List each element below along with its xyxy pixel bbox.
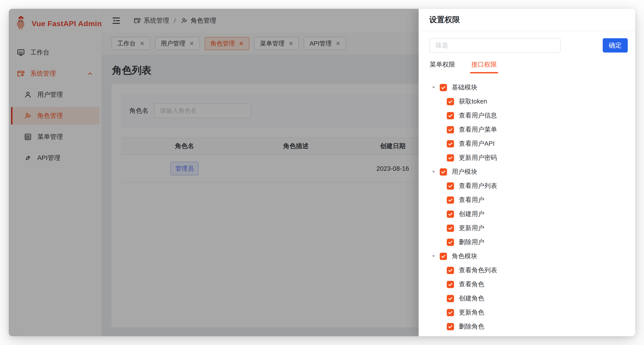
checkbox-checked[interactable] <box>440 253 447 260</box>
drawer-title: 设置权限 <box>429 15 460 24</box>
permissions-drawer: 设置权限 确定 菜单权限接口权限 基础模块 获取token 查看用户信息 查看用… <box>419 9 635 336</box>
checkbox-checked[interactable] <box>447 267 454 274</box>
tree-node-创建用户[interactable]: 创建用户 <box>430 207 628 221</box>
checkbox-checked[interactable] <box>447 225 454 232</box>
filter-input[interactable] <box>430 38 560 53</box>
checkbox-checked[interactable] <box>447 196 454 204</box>
tree-node-删除角色[interactable]: 删除角色 <box>430 319 628 333</box>
tree-node-查看用户[interactable]: 查看用户 <box>430 193 628 207</box>
filter-row: 确定 <box>430 38 628 53</box>
tree-node-获取token[interactable]: 获取token <box>430 95 628 109</box>
checkbox-checked[interactable] <box>447 154 454 162</box>
perm-tab-菜单权限[interactable]: 菜单权限 <box>430 60 455 73</box>
tree-node-查看用户列表[interactable]: 查看用户列表 <box>430 179 628 193</box>
checkbox-checked[interactable] <box>447 295 454 302</box>
checkbox-checked[interactable] <box>447 281 454 288</box>
tree-node-角色模块[interactable]: 角色模块 <box>430 249 628 263</box>
checkbox-checked[interactable] <box>447 309 454 316</box>
tree-node-更新用户密码[interactable]: 更新用户密码 <box>430 151 628 165</box>
confirm-button[interactable]: 确定 <box>603 38 628 53</box>
app-window: Vue FastAPI Admin 工作台 系统管理 用户管理 角色管理 菜单管… <box>9 9 635 336</box>
tree-node-删除用户[interactable]: 删除用户 <box>430 235 628 249</box>
tree-node-查看角色列表[interactable]: 查看角色列表 <box>430 263 628 277</box>
drawer-header: 设置权限 <box>419 9 635 31</box>
checkbox-checked[interactable] <box>440 168 447 176</box>
checkbox-checked[interactable] <box>447 182 454 190</box>
checkbox-checked[interactable] <box>447 239 454 246</box>
checkbox-checked[interactable] <box>440 84 447 91</box>
checkbox-checked[interactable] <box>447 323 454 330</box>
tree-node-更新用户[interactable]: 更新用户 <box>430 221 628 235</box>
caret-down-icon[interactable] <box>432 170 436 174</box>
checkbox-checked[interactable] <box>447 112 454 119</box>
checkbox-checked[interactable] <box>447 140 454 147</box>
tree-node-查看用户信息[interactable]: 查看用户信息 <box>430 109 628 123</box>
checkbox-checked[interactable] <box>447 126 454 133</box>
tree-node-基础模块[interactable]: 基础模块 <box>430 80 628 95</box>
tree-node-创建角色[interactable]: 创建角色 <box>430 291 628 305</box>
tree-node-查看角色权限[interactable]: 查看角色权限 <box>430 333 628 336</box>
checkbox-checked[interactable] <box>447 98 454 105</box>
drawer-overlay-mask[interactable] <box>9 9 419 336</box>
tree-node-查看角色[interactable]: 查看角色 <box>430 277 628 291</box>
tree-node-查看用户API[interactable]: 查看用户API <box>430 137 628 151</box>
caret-down-icon[interactable] <box>432 85 436 90</box>
tree-node-查看用户菜单[interactable]: 查看用户菜单 <box>430 123 628 137</box>
tree-node-更新角色[interactable]: 更新角色 <box>430 305 628 319</box>
drawer-body: 确定 菜单权限接口权限 基础模块 获取token 查看用户信息 查看用户菜单 查… <box>419 31 635 336</box>
permission-tabs: 菜单权限接口权限 <box>430 60 628 73</box>
caret-down-icon[interactable] <box>432 254 436 258</box>
tree-node-用户模块[interactable]: 用户模块 <box>430 165 628 179</box>
checkbox-checked[interactable] <box>447 210 454 218</box>
perm-tab-接口权限[interactable]: 接口权限 <box>471 60 497 73</box>
permission-tree: 基础模块 获取token 查看用户信息 查看用户菜单 查看用户API 更新用户密… <box>430 80 628 336</box>
screen: Vue FastAPI Admin 工作台 系统管理 用户管理 角色管理 菜单管… <box>0 0 644 345</box>
